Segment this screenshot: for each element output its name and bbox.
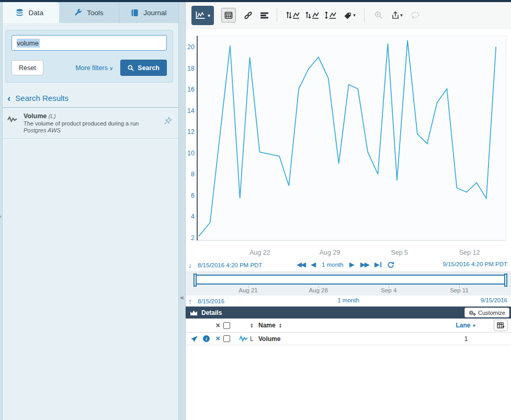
tab-tools-label: Tools bbox=[87, 9, 104, 17]
step-forward-half-icon[interactable]: ▶ bbox=[349, 262, 355, 268]
y-tick-label: 16 bbox=[186, 86, 195, 93]
chevron-left-icon: ‹ bbox=[7, 95, 10, 101]
investigate-end-link[interactable]: 9/15/2016 bbox=[481, 297, 507, 303]
remove-item-icon[interactable]: × bbox=[212, 335, 223, 342]
customize-button[interactable]: Customize bbox=[464, 308, 509, 317]
result-source: Postgres AWS bbox=[24, 127, 164, 133]
step-back-full-icon[interactable]: ◀◀ bbox=[297, 262, 305, 268]
axis-letter: L bbox=[250, 335, 258, 343]
search-results-title: Search Results bbox=[15, 94, 69, 103]
x-tick-label: Sep 12 bbox=[446, 249, 493, 256]
trend-view-dropdown[interactable]: ▾ bbox=[191, 6, 214, 25]
search-button[interactable]: Search bbox=[120, 60, 167, 76]
name-column-header[interactable]: Name ▲▼ bbox=[258, 322, 445, 329]
toolbar-separator bbox=[364, 8, 365, 22]
pin-icon[interactable] bbox=[164, 117, 172, 125]
calendar-icon[interactable] bbox=[221, 8, 236, 22]
labels-tag-icon[interactable]: ▾ bbox=[340, 8, 358, 22]
send-to-trend-icon[interactable] bbox=[190, 335, 198, 343]
display-range-end-link[interactable]: 9/15/2016 4:20 PM PDT bbox=[443, 261, 507, 267]
row-lane-value: 1 bbox=[445, 335, 487, 343]
y-tick-label: 2 bbox=[186, 234, 195, 242]
investigate-start-link[interactable]: 8/15/2016 bbox=[198, 298, 224, 304]
arrow-down-icon[interactable]: ↓ bbox=[188, 261, 192, 269]
sort-asc-icon: ▲ bbox=[472, 323, 476, 327]
details-table-row-volume[interactable]: i × L Volume 1 bbox=[186, 333, 511, 345]
scrollbar-tick-label: Aug 28 bbox=[298, 287, 339, 293]
investigate-duration-link[interactable]: 1 month bbox=[337, 297, 359, 303]
tab-tools[interactable]: Tools bbox=[59, 2, 119, 23]
details-table-header: × ▲▼ Name ▲▼ Lane▲ bbox=[186, 319, 511, 333]
search-input[interactable]: volume bbox=[12, 35, 167, 51]
chart-plot-area[interactable] bbox=[197, 36, 506, 241]
chevron-down-icon: ∨ bbox=[109, 65, 113, 71]
more-filters-link[interactable]: More filters∨ bbox=[75, 64, 113, 72]
info-icon[interactable]: i bbox=[203, 335, 210, 342]
result-name: Volume (L) bbox=[24, 112, 164, 120]
y-tick-label: 18 bbox=[186, 65, 195, 72]
sort-icon[interactable]: ▲▼ bbox=[279, 323, 282, 328]
add-column-button[interactable] bbox=[494, 320, 508, 331]
book-icon bbox=[131, 9, 139, 17]
zoom-in-icon bbox=[372, 8, 385, 22]
investigate-range-controls: ↑ 8/15/2016 1 month 9/15/2016 bbox=[186, 296, 511, 307]
display-range-start-link[interactable]: 8/15/2016 4:20 PM PDT bbox=[198, 262, 262, 268]
database-icon bbox=[16, 9, 24, 17]
search-result-volume[interactable]: Volume (L) The volume of product produce… bbox=[0, 108, 178, 139]
tab-journal[interactable]: Journal bbox=[119, 2, 178, 23]
search-panel: volume Reset More filters∨ Search bbox=[5, 30, 173, 83]
sidebar-collapse-gutter[interactable]: « bbox=[178, 2, 186, 420]
scrollbar-left-handle[interactable] bbox=[194, 274, 197, 287]
x-tick-label: Aug 29 bbox=[306, 249, 354, 256]
search-icon bbox=[128, 65, 134, 71]
one-lane-per-signal-icon[interactable] bbox=[304, 8, 321, 22]
search-input-value: volume bbox=[17, 39, 40, 48]
y-tick-label: 10 bbox=[186, 150, 195, 157]
y-tick-label: 6 bbox=[186, 192, 195, 199]
scrollbar-right-handle[interactable] bbox=[504, 274, 507, 287]
time-scrollbar-region: Aug 21Aug 28Sep 4Sep 11 bbox=[186, 271, 511, 296]
details-panel-header: Details Customize bbox=[186, 307, 511, 319]
tab-data[interactable]: Data bbox=[0, 2, 59, 23]
y-tick-label: 14 bbox=[186, 107, 195, 115]
caret-down-icon: ▾ bbox=[400, 13, 403, 18]
step-forward-full-icon[interactable]: ▶▶ bbox=[360, 262, 369, 268]
x-tick-label: Aug 22 bbox=[236, 249, 283, 256]
reset-button[interactable]: Reset bbox=[12, 60, 43, 75]
duration-link[interactable]: 1 month bbox=[322, 262, 344, 268]
y-tick-label: 4 bbox=[186, 213, 195, 220]
area-chart-icon bbox=[190, 310, 198, 316]
caret-down-icon: ▾ bbox=[353, 13, 356, 18]
gears-icon bbox=[469, 310, 476, 316]
select-all-checkbox[interactable] bbox=[223, 322, 230, 329]
search-results-back[interactable]: ‹ Search Results bbox=[0, 94, 178, 108]
toolbar-separator bbox=[277, 8, 277, 22]
signal-type-icon bbox=[239, 335, 248, 342]
lane-column-header[interactable]: Lane▲ bbox=[445, 322, 487, 329]
auto-scale-icon[interactable] bbox=[323, 8, 338, 22]
step-back-half-icon[interactable]: ◀ bbox=[311, 262, 316, 268]
wrench-icon bbox=[74, 9, 82, 17]
samples-table-icon[interactable] bbox=[257, 8, 271, 22]
arrow-up-icon[interactable]: ↑ bbox=[188, 297, 192, 305]
main-panel: ▾ bbox=[186, 2, 511, 420]
left-collapse-edge[interactable]: ‹ bbox=[0, 2, 3, 420]
time-scrollbar-track[interactable] bbox=[195, 275, 506, 285]
trend-chart: 2468101214161820 Aug 22Aug 29Sep 5Sep 12 bbox=[186, 29, 511, 260]
details-title: Details bbox=[201, 309, 222, 316]
x-tick-label: Sep 5 bbox=[376, 249, 423, 256]
sort-icon[interactable]: ▲▼ bbox=[250, 323, 258, 328]
refresh-icon[interactable] bbox=[387, 261, 394, 268]
row-name[interactable]: Volume bbox=[258, 335, 445, 343]
remove-all-icon[interactable]: × bbox=[212, 321, 223, 330]
one-lane-one-axis-icon[interactable] bbox=[285, 8, 301, 22]
sidebar-tab-bar: Data Tools Journal bbox=[0, 2, 178, 23]
row-checkbox[interactable] bbox=[223, 335, 230, 342]
step-to-now-icon[interactable]: ▶ bbox=[374, 262, 381, 268]
collapse-handle-icon: ‹ bbox=[0, 214, 2, 219]
details-empty-area bbox=[186, 345, 511, 420]
caret-down-icon: ▾ bbox=[208, 13, 210, 18]
y-tick-label: 12 bbox=[186, 128, 195, 135]
link-icon[interactable] bbox=[241, 8, 255, 22]
export-icon[interactable]: ▾ bbox=[388, 8, 406, 22]
